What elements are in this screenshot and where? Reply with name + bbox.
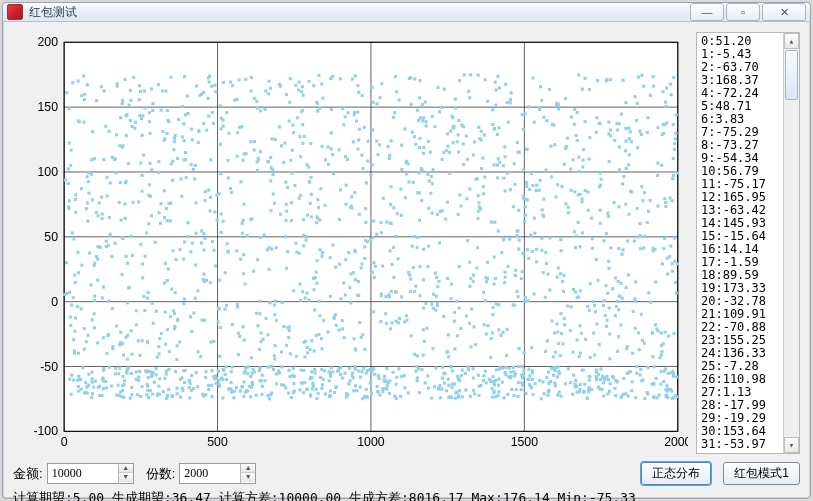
svg-rect-34 — [572, 351, 575, 354]
svg-rect-635 — [138, 84, 141, 87]
amount-up-icon[interactable]: ▲ — [119, 464, 133, 473]
svg-rect-1403 — [352, 389, 355, 392]
svg-rect-1897 — [169, 219, 172, 222]
svg-rect-1839 — [143, 89, 146, 92]
svg-rect-1926 — [521, 270, 524, 273]
svg-rect-26 — [199, 355, 202, 358]
svg-rect-334 — [595, 378, 598, 381]
svg-rect-1258 — [326, 330, 329, 333]
mode1-button[interactable]: 红包模式1 — [723, 462, 800, 485]
parts-stepper[interactable]: ▲▼ — [179, 463, 256, 484]
svg-rect-402 — [151, 102, 154, 105]
svg-rect-1689 — [351, 78, 354, 81]
svg-rect-1338 — [335, 385, 338, 388]
svg-rect-795 — [422, 152, 425, 155]
svg-rect-50 — [491, 331, 494, 334]
svg-rect-1721 — [544, 168, 547, 171]
scroll-thumb[interactable] — [785, 50, 798, 100]
svg-rect-1089 — [533, 292, 536, 295]
svg-rect-1427 — [447, 396, 450, 399]
amount-stepper[interactable]: ▲▼ — [47, 463, 134, 484]
close-button[interactable]: ✕ — [762, 3, 806, 21]
svg-rect-183 — [438, 241, 441, 244]
svg-rect-43 — [268, 80, 271, 83]
amount-down-icon[interactable]: ▼ — [119, 473, 133, 482]
scroll-track[interactable] — [784, 49, 799, 437]
svg-rect-1935 — [151, 372, 154, 375]
svg-rect-1044 — [250, 356, 253, 359]
parts-down-icon[interactable]: ▼ — [241, 473, 255, 482]
svg-rect-484 — [179, 248, 182, 251]
amount-input[interactable] — [48, 464, 118, 483]
svg-rect-1962 — [258, 348, 261, 351]
svg-rect-1988 — [116, 384, 119, 387]
values-listbox[interactable]: 0:51.201:-5.432:-63.703:168.374:-72.245:… — [696, 32, 800, 454]
svg-rect-1957 — [288, 119, 291, 122]
svg-rect-345 — [365, 388, 368, 391]
svg-rect-1201 — [129, 89, 132, 92]
scroll-down-button[interactable]: ▾ — [784, 437, 799, 453]
svg-rect-415 — [491, 375, 494, 378]
svg-rect-1105 — [217, 382, 220, 385]
svg-rect-1039 — [197, 141, 200, 144]
svg-rect-1133 — [578, 245, 581, 248]
svg-rect-1524 — [501, 381, 504, 384]
svg-rect-1623 — [209, 209, 212, 212]
svg-rect-494 — [429, 151, 432, 154]
svg-rect-1404 — [132, 76, 135, 79]
svg-rect-443 — [136, 393, 139, 396]
svg-rect-750 — [668, 196, 671, 199]
svg-rect-85 — [236, 303, 239, 306]
minimize-button[interactable]: — — [690, 3, 724, 21]
svg-rect-1840 — [473, 141, 476, 144]
svg-rect-1475 — [522, 128, 525, 131]
svg-rect-1331 — [77, 352, 80, 355]
svg-rect-913 — [224, 373, 227, 376]
svg-rect-1922 — [443, 382, 446, 385]
svg-rect-90 — [233, 390, 236, 393]
svg-rect-1306 — [108, 216, 111, 219]
svg-rect-749 — [453, 126, 456, 129]
svg-rect-1672 — [201, 393, 204, 396]
svg-rect-1658 — [651, 355, 654, 358]
svg-rect-218 — [363, 257, 366, 260]
titlebar[interactable]: 红包测试 — ▫ ✕ — [3, 3, 810, 22]
svg-rect-1621 — [622, 248, 625, 251]
svg-rect-568 — [371, 86, 374, 89]
svg-rect-578 — [528, 188, 531, 191]
maximize-button[interactable]: ▫ — [726, 3, 760, 21]
svg-rect-1769 — [183, 75, 186, 78]
svg-rect-516 — [563, 323, 566, 326]
svg-rect-811 — [128, 286, 131, 289]
svg-rect-1032 — [422, 354, 425, 357]
svg-rect-1653 — [91, 318, 94, 321]
parts-up-icon[interactable]: ▲ — [241, 464, 255, 473]
svg-rect-346 — [203, 319, 206, 322]
scroll-up-button[interactable]: ▴ — [784, 33, 799, 49]
parts-input[interactable] — [180, 464, 240, 483]
svg-rect-1720 — [186, 221, 189, 224]
svg-rect-1120 — [517, 295, 520, 298]
scrollbar[interactable]: ▴ ▾ — [783, 33, 799, 453]
svg-rect-962 — [373, 373, 376, 376]
svg-rect-1716 — [345, 184, 348, 187]
svg-rect-520 — [508, 367, 511, 370]
svg-rect-380 — [484, 370, 487, 373]
svg-rect-1468 — [424, 381, 427, 384]
normal-dist-button[interactable]: 正态分布 — [641, 462, 711, 485]
svg-rect-1394 — [544, 251, 547, 254]
list-item[interactable]: 31:-53.97 — [701, 438, 781, 451]
svg-rect-324 — [299, 299, 302, 302]
svg-rect-706 — [627, 163, 630, 166]
svg-rect-934 — [431, 347, 434, 350]
svg-rect-179 — [661, 90, 664, 93]
svg-rect-946 — [176, 344, 179, 347]
svg-rect-476 — [157, 160, 160, 163]
svg-rect-225 — [338, 263, 341, 266]
svg-rect-280 — [497, 229, 500, 232]
svg-rect-964 — [484, 276, 487, 279]
svg-rect-55 — [324, 158, 327, 161]
svg-rect-139 — [141, 385, 144, 388]
svg-rect-1519 — [360, 370, 363, 373]
svg-rect-1249 — [155, 310, 158, 313]
